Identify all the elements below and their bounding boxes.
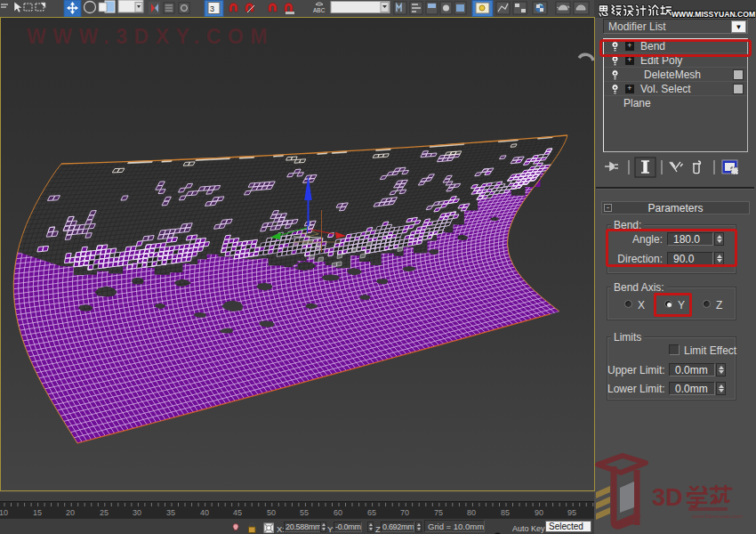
svg-text:www.3dxueyuan.com: www.3dxueyuan.com [691, 514, 743, 519]
svg-text:3: 3 [210, 4, 214, 13]
svg-text:3D: 3D [652, 484, 683, 511]
svg-text:WWW.MISSYUAN.COM: WWW.MISSYUAN.COM [672, 10, 755, 19]
svg-text:ABC: ABC [313, 7, 326, 13]
